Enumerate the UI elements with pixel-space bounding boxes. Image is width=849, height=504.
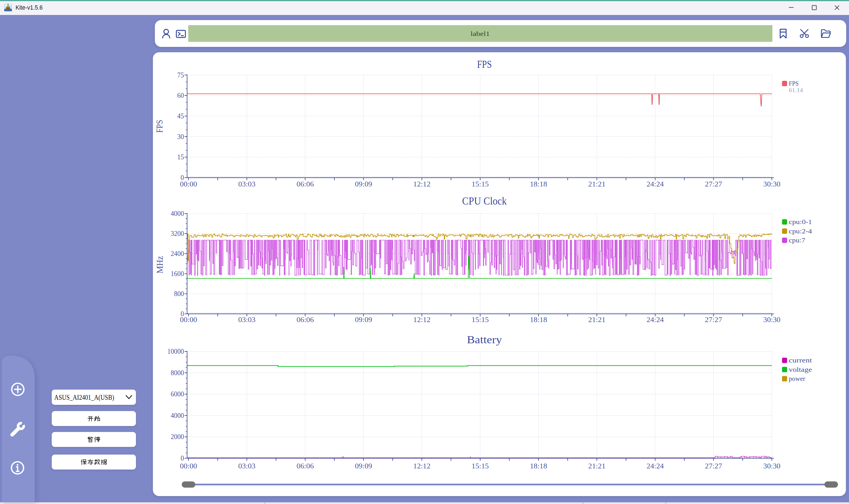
svg-text:18:18: 18:18 <box>530 462 547 470</box>
svg-text:30: 30 <box>177 132 184 141</box>
svg-text:FPS: FPS <box>477 58 492 70</box>
svg-text:0: 0 <box>181 454 184 462</box>
svg-text:60: 60 <box>177 91 184 100</box>
svg-text:24:24: 24:24 <box>647 316 664 324</box>
svg-text:00:00: 00:00 <box>180 462 197 470</box>
svg-text:27:27: 27:27 <box>705 462 722 470</box>
svg-text:06:06: 06:06 <box>297 462 314 470</box>
svg-text:cpu:7: cpu:7 <box>789 237 805 244</box>
svg-text:27:27: 27:27 <box>705 316 722 324</box>
svg-text:12:12: 12:12 <box>413 462 430 470</box>
svg-text:6000: 6000 <box>171 390 184 398</box>
svg-text:18:18: 18:18 <box>530 180 547 188</box>
svg-text:15: 15 <box>177 153 184 161</box>
svg-text:4000: 4000 <box>171 411 184 419</box>
svg-text:label1: label1 <box>471 30 490 37</box>
svg-text:current: current <box>789 357 812 364</box>
svg-text:09:09: 09:09 <box>355 180 372 188</box>
svg-text:00:00: 00:00 <box>180 180 197 188</box>
svg-text:3200: 3200 <box>171 229 184 238</box>
svg-text:FPS: FPS <box>154 120 164 133</box>
svg-text:10000: 10000 <box>167 347 184 355</box>
svg-text:800: 800 <box>174 290 184 298</box>
svg-text:cpu:0-1: cpu:0-1 <box>789 218 812 226</box>
svg-text:30:30: 30:30 <box>763 180 781 188</box>
svg-text:21:21: 21:21 <box>588 462 605 470</box>
svg-text:Kite-v1.5.6: Kite-v1.5.6 <box>16 4 43 11</box>
svg-text:03:03: 03:03 <box>238 180 255 188</box>
svg-text:27:27: 27:27 <box>705 180 722 188</box>
svg-text:18:18: 18:18 <box>530 316 547 324</box>
svg-text:09:09: 09:09 <box>355 462 372 470</box>
svg-text:15:15: 15:15 <box>472 462 489 470</box>
svg-text:ASUS_AI2401_A(USB): ASUS_AI2401_A(USB) <box>54 394 114 401</box>
svg-text:75: 75 <box>177 71 184 79</box>
svg-text:2400: 2400 <box>171 250 184 258</box>
svg-text:24:24: 24:24 <box>647 180 664 188</box>
svg-text:15:15: 15:15 <box>472 180 489 188</box>
svg-text:FPS: FPS <box>789 80 799 87</box>
svg-text:00:00: 00:00 <box>180 316 197 324</box>
svg-text:4000: 4000 <box>171 209 184 218</box>
svg-text:1600: 1600 <box>171 270 184 278</box>
svg-text:06:06: 06:06 <box>297 316 314 324</box>
svg-text:45: 45 <box>177 112 184 120</box>
svg-text:CPU Clock: CPU Clock <box>462 195 507 207</box>
svg-text:12:12: 12:12 <box>413 180 430 188</box>
svg-text:03:03: 03:03 <box>238 316 255 324</box>
svg-text:61.14: 61.14 <box>789 87 803 93</box>
svg-text:MHz: MHz <box>155 256 165 273</box>
svg-text:15:15: 15:15 <box>472 316 489 324</box>
svg-text:voltage: voltage <box>789 366 812 373</box>
svg-text:06:06: 06:06 <box>297 180 314 188</box>
svg-text:8000: 8000 <box>171 369 184 377</box>
svg-text:21:21: 21:21 <box>588 316 605 324</box>
svg-text:21:21: 21:21 <box>588 180 605 188</box>
svg-text:24:24: 24:24 <box>647 462 664 470</box>
svg-text:cpu:2-4: cpu:2-4 <box>789 228 812 235</box>
svg-text:30:30: 30:30 <box>763 316 781 324</box>
svg-text:Battery: Battery <box>467 334 502 345</box>
svg-text:12:12: 12:12 <box>413 316 430 324</box>
svg-text:power: power <box>789 375 805 382</box>
svg-text:30:30: 30:30 <box>763 462 781 470</box>
svg-text:09:09: 09:09 <box>355 316 372 324</box>
svg-text:03:03: 03:03 <box>238 462 255 470</box>
svg-text:2000: 2000 <box>171 433 184 441</box>
